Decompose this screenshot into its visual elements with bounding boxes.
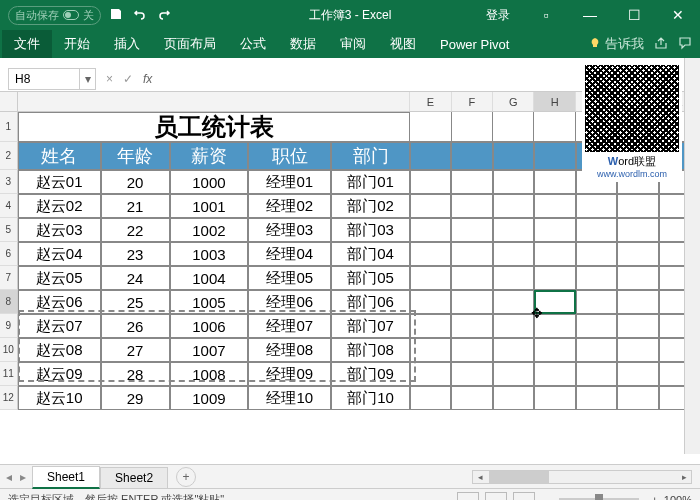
cell[interactable] [534,314,575,338]
table-cell[interactable]: 赵云09 [18,362,101,386]
table-cell[interactable]: 经理03 [248,218,331,242]
table-cell[interactable]: 1008 [170,362,249,386]
close-icon[interactable]: ✕ [656,0,700,30]
col-header-G[interactable]: G [493,92,534,111]
col-header-H[interactable]: H [534,92,575,111]
cell[interactable] [451,314,492,338]
row-header[interactable]: 1 [0,112,18,142]
cell[interactable] [451,170,492,194]
cell[interactable] [534,338,575,362]
cell[interactable] [410,338,451,362]
cell[interactable] [576,218,617,242]
table-cell[interactable]: 经理06 [248,290,331,314]
table-cell[interactable]: 经理02 [248,194,331,218]
table-cell[interactable]: 23 [101,242,170,266]
table-title[interactable]: 员工统计表 [18,112,410,142]
cell[interactable] [493,338,534,362]
row-header[interactable]: 10 [0,338,18,362]
cell[interactable] [534,362,575,386]
cell[interactable] [493,194,534,218]
table-cell[interactable]: 1004 [170,266,249,290]
vertical-scrollbar[interactable] [684,58,700,454]
table-cell[interactable]: 部门07 [331,314,410,338]
cell[interactable] [534,142,575,170]
table-cell[interactable]: 1007 [170,338,249,362]
cell[interactable] [410,142,451,170]
confirm-formula-icon[interactable]: ✓ [123,72,133,86]
cell[interactable] [410,170,451,194]
view-normal-icon[interactable] [457,492,479,501]
table-header[interactable]: 年龄 [101,142,170,170]
horizontal-scrollbar[interactable]: ◂ ▸ [472,470,692,484]
table-cell[interactable]: 赵云10 [18,386,101,410]
select-all-corner[interactable] [0,92,18,112]
view-break-icon[interactable] [513,492,535,501]
table-cell[interactable]: 27 [101,338,170,362]
cell[interactable] [410,266,451,290]
table-cell[interactable]: 赵云04 [18,242,101,266]
cell[interactable] [534,290,575,314]
tab-file[interactable]: 文件 [2,30,52,58]
col-header-data-range[interactable] [18,92,410,111]
table-cell[interactable]: 24 [101,266,170,290]
undo-icon[interactable] [131,5,149,26]
comment-icon[interactable] [678,36,692,53]
tab-formulas[interactable]: 公式 [228,30,278,58]
scroll-thumb[interactable] [489,471,549,483]
cell[interactable] [576,338,617,362]
table-header[interactable]: 姓名 [18,142,101,170]
autosave-toggle[interactable]: 自动保存 关 [8,6,101,25]
cell[interactable] [534,218,575,242]
cell[interactable] [410,386,451,410]
table-cell[interactable]: 赵云03 [18,218,101,242]
cancel-formula-icon[interactable]: × [106,72,113,86]
cell[interactable] [451,142,492,170]
table-cell[interactable]: 经理07 [248,314,331,338]
row-header[interactable]: 4 [0,194,18,218]
tab-home[interactable]: 开始 [52,30,102,58]
scroll-right-icon[interactable]: ▸ [677,471,691,483]
cell[interactable] [493,314,534,338]
table-cell[interactable]: 部门08 [331,338,410,362]
cell[interactable] [410,218,451,242]
zoom-in-button[interactable]: + [651,494,657,501]
row-header[interactable]: 3 [0,170,18,194]
view-layout-icon[interactable] [485,492,507,501]
tab-powerpivot[interactable]: Power Pivot [428,30,521,58]
cell[interactable] [451,218,492,242]
cell[interactable] [617,194,658,218]
zoom-out-button[interactable]: − [541,494,547,501]
table-cell[interactable]: 1005 [170,290,249,314]
table-cell[interactable]: 22 [101,218,170,242]
table-cell[interactable]: 部门10 [331,386,410,410]
cell[interactable] [493,218,534,242]
table-cell[interactable]: 25 [101,290,170,314]
col-header-F[interactable]: F [452,92,493,111]
cell[interactable] [493,170,534,194]
tab-data[interactable]: 数据 [278,30,328,58]
cell[interactable] [493,112,534,142]
redo-icon[interactable] [155,5,173,26]
table-cell[interactable]: 29 [101,386,170,410]
table-cell[interactable]: 1002 [170,218,249,242]
table-cell[interactable]: 赵云08 [18,338,101,362]
cell[interactable] [617,338,658,362]
cell[interactable] [617,266,658,290]
cell[interactable] [617,386,658,410]
cell[interactable] [410,362,451,386]
tell-me-search[interactable]: 告诉我 [589,35,644,53]
row-header[interactable]: 8 [0,290,18,314]
table-cell[interactable]: 1009 [170,386,249,410]
row-header[interactable]: 11 [0,362,18,386]
sheet-nav-left-icon[interactable]: ◂ [6,470,12,484]
cell[interactable] [534,170,575,194]
table-cell[interactable]: 28 [101,362,170,386]
cell[interactable] [452,112,493,142]
cell[interactable] [410,290,451,314]
row-header[interactable]: 5 [0,218,18,242]
table-cell[interactable]: 部门03 [331,218,410,242]
table-cell[interactable]: 21 [101,194,170,218]
cell[interactable] [410,314,451,338]
cell[interactable] [410,194,451,218]
cell[interactable] [451,386,492,410]
